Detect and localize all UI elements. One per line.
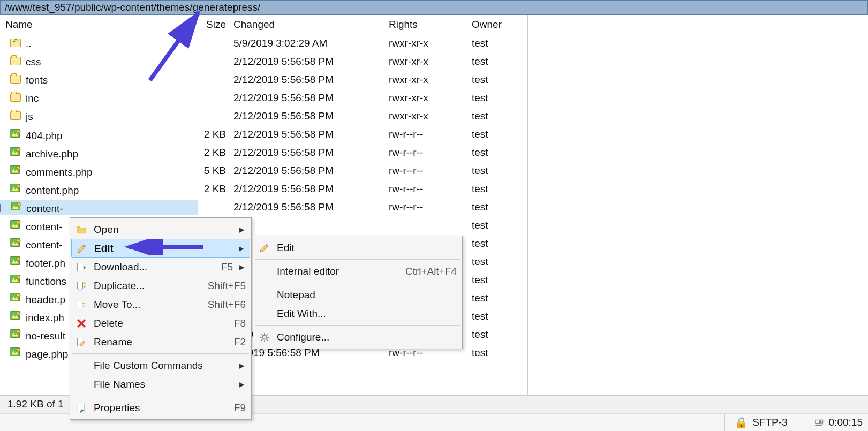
file-owner: test [469,347,522,359]
column-rights[interactable]: Rights [386,19,469,31]
file-owner: test [469,165,522,177]
table-row[interactable]: js2/12/2019 5:56:58 PMrwxr-xr-xtest [0,107,527,125]
menu-download[interactable]: Download... F5 ▸ [71,258,250,276]
folder-icon [9,73,22,85]
menu-separator [72,396,249,396]
lock-icon: 🔒 [735,416,748,429]
file-changed: 2/12/2019 5:56:58 PM [230,147,386,158]
file-owner: test [469,238,522,249]
menu-properties[interactable]: Properties F9 [71,398,250,417]
table-row[interactable]: fonts2/12/2019 5:56:58 PMrwxr-xr-xtest [0,71,527,89]
file-owner: test [469,37,522,49]
file-name: inc [26,93,39,104]
table-row[interactable]: content.php2 KB2/12/2019 5:56:58 PMrw-r-… [0,180,527,198]
table-row[interactable]: content-2/12/2019 5:56:58 PMrw-r--r--tes… [0,198,527,216]
file-name: content- [26,221,63,232]
connection-indicator[interactable]: 🖳 0:00:15 [804,414,863,431]
file-changed: 2/12/2019 5:56:58 PM [230,74,386,86]
file-owner: test [469,74,522,86]
file-owner: test [469,311,522,322]
menu-edit[interactable]: Edit ▸ [71,239,250,258]
svg-rect-13 [78,263,84,271]
edit-pencil-icon [75,243,89,254]
submenu-notepad[interactable]: Notepad [254,285,461,304]
encryption-indicator[interactable]: 🔒 SFTP-3 [724,414,787,431]
menu-open[interactable]: Open ▸ [71,220,250,239]
php-file-icon [9,127,22,139]
file-list-header[interactable]: Name Size Changed Rights Owner [0,15,527,34]
file-size: 2 KB [198,147,230,158]
remote-path-text: /www/test_957/public/wp-content/themes/g… [5,2,260,13]
column-name[interactable]: Name [0,19,198,31]
file-size: 5 KB [198,165,230,177]
folder-icon [9,92,22,103]
file-name: content- [26,203,63,214]
menu-move-to[interactable]: Move To... Shift+F6 [71,295,250,314]
file-rights: rw-r--r-- [386,128,469,140]
php-file-icon [9,218,22,230]
svg-rect-15 [77,301,82,308]
column-size[interactable]: Size [198,19,230,31]
file-rights: rwxr-xr-x [386,74,469,86]
file-rights: rw-r--r-- [386,201,469,213]
table-row[interactable]: comments.php5 KB2/12/2019 5:56:58 PMrw-r… [0,162,527,180]
table-row[interactable]: ..5/9/2019 3:02:29 AMrwxr-xr-xtest [0,34,527,52]
properties-icon [74,403,88,413]
menu-duplicate[interactable]: Duplicate... Shift+F5 [71,276,250,295]
submenu-internal-editor[interactable]: Internal editor Ctrl+Alt+F4 [254,262,461,281]
edit-submenu: Edit Internal editor Ctrl+Alt+F4 Notepad… [253,236,463,349]
file-owner: test [469,56,522,67]
file-name: comments.php [26,167,93,178]
file-owner: test [469,256,522,268]
php-file-icon [9,273,22,285]
php-file-icon [9,346,22,358]
file-name: fonts [26,74,48,86]
download-icon [74,262,88,273]
file-name: .. [26,38,32,49]
file-rights: rw-r--r-- [386,165,469,177]
file-rights: rwxr-xr-x [386,37,469,49]
menu-file-names[interactable]: File Names ▸ [71,375,250,394]
menu-file-custom-commands[interactable]: File Custom Commands ▸ [71,356,250,375]
connection-time: 0:00:15 [829,417,863,428]
rename-icon [74,337,88,347]
chevron-right-icon: ▸ [238,359,246,372]
submenu-configure[interactable]: Configure... [254,328,461,346]
php-file-icon [9,146,22,157]
php-file-icon [9,237,22,248]
file-size: 2 KB [198,128,230,140]
file-owner: test [469,220,522,231]
file-name: js [26,111,33,122]
table-row[interactable]: inc2/12/2019 5:56:58 PMrwxr-xr-xtest [0,89,527,107]
file-changed: 2/12/2019 5:56:58 PM [230,128,386,140]
php-file-icon [9,291,22,303]
menu-rename[interactable]: Rename F2 [71,332,250,351]
gear-icon [258,332,271,343]
menu-separator [72,353,249,354]
file-changed: 2/12/2019 5:56:58 PM [230,165,386,177]
submenu-edit-with[interactable]: Edit With... [254,304,461,323]
php-file-icon [9,164,22,176]
menu-delete[interactable]: Delete F8 [71,314,250,332]
chevron-right-icon: ▸ [238,378,246,390]
file-owner: test [469,201,522,213]
file-owner: test [469,274,522,286]
file-owner: test [469,292,522,304]
column-changed[interactable]: Changed [230,19,386,31]
submenu-edit[interactable]: Edit [254,238,461,257]
file-changed: 5/9/2019 3:02:29 AM [230,37,386,49]
remote-path-bar[interactable]: /www/test_957/public/wp-content/themes/g… [0,0,868,15]
table-row[interactable]: 404.php2 KB2/12/2019 5:56:58 PMrw-r--r--… [0,125,527,143]
file-rights: rwxr-xr-x [386,92,469,104]
table-row[interactable]: archive.php2 KB2/12/2019 5:56:58 PMrw-r-… [0,143,527,162]
connection-icon: 🖳 [814,417,825,429]
file-owner: test [469,128,522,140]
svg-point-18 [263,335,267,339]
file-name: content- [26,239,63,251]
file-rights: rw-r--r-- [386,147,469,158]
php-file-icon [9,328,22,339]
table-row[interactable]: css2/12/2019 5:56:58 PMrwxr-xr-xtest [0,52,527,71]
column-owner[interactable]: Owner [469,19,522,31]
file-owner: test [469,147,522,158]
file-changed: 2/12/2019 5:56:58 PM [230,183,386,195]
